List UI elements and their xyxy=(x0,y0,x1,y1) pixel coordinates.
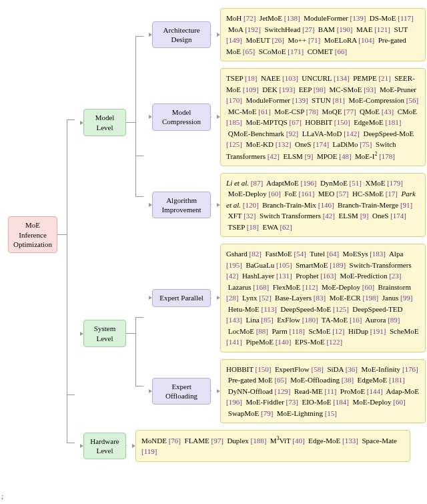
model-level-node: Model Level xyxy=(83,109,126,136)
model-compression-node: Model Compression xyxy=(152,103,211,131)
algo-improvement-node: Algorithm Improvement xyxy=(152,192,211,219)
algo-improvement-leaf: Li et al. [87] AdaptMoE [196] DynMoE [51… xyxy=(220,173,426,238)
system-level-node: System Level xyxy=(83,320,126,347)
taxonomy-tree: MoE Inference Optimization Model Level xyxy=(8,8,419,462)
model-compression-leaf: TSEP [18] NAEE [103] UNCURL [134] PEMPE … xyxy=(220,68,426,166)
expert-offloading-leaf: HOBBIT [150] ExpertFlow [58] SiDA [36] M… xyxy=(220,359,426,424)
expert-parallel-node: Expert Parallel xyxy=(152,289,211,306)
hardware-level-node: Hardware Level xyxy=(83,433,126,460)
expert-offloading-node: Expert Offloading xyxy=(152,378,211,405)
system-level-group: System Level Expert Parallel Gshard [82]… xyxy=(75,244,426,423)
expert-parallel-leaf: Gshard [82] FastMoE [54] Tutel [64] MoES… xyxy=(220,244,426,352)
arch-design-leaf: MoH [72] JetMoE [138] ModuleFormer [139]… xyxy=(220,8,426,61)
hardware-level-leaf: MoNDE [76] FLAME [97] Duplex [188] M3ViT… xyxy=(135,430,410,462)
root-node: MoE Inference Optimization xyxy=(8,216,57,253)
model-level-group: Model Level Architecture Design MoH [72 xyxy=(75,8,426,237)
hardware-level-group: Hardware Level MoNDE [76] FLAME [97] Dup… xyxy=(75,430,426,462)
arch-design-node: Architecture Design xyxy=(152,21,211,49)
